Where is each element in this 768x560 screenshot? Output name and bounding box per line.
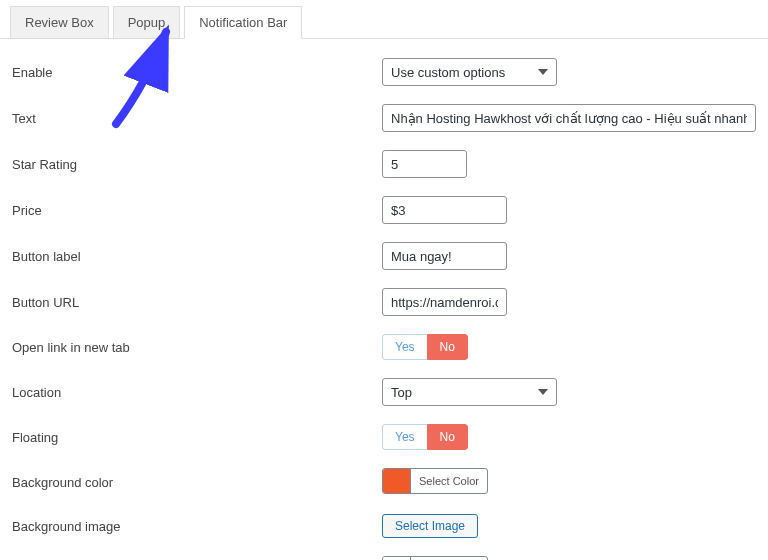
select-image-button[interactable]: Select Image [382,514,478,538]
text-color-picker[interactable]: Select Color [382,556,488,560]
label-button-url: Button URL [12,295,382,310]
label-enable: Enable [12,65,382,80]
location-select[interactable]: Top [382,378,557,406]
toggle-no[interactable]: No [427,424,468,450]
label-bg-color: Background color [12,475,382,490]
floating-toggle[interactable]: Yes No [382,424,468,450]
tab-popup[interactable]: Popup [113,6,181,38]
color-swatch [383,469,411,493]
toggle-yes[interactable]: Yes [382,334,427,360]
open-new-tab-toggle[interactable]: Yes No [382,334,468,360]
label-bg-image: Background image [12,519,382,534]
bg-color-picker[interactable]: Select Color [382,468,488,494]
price-input[interactable] [382,196,507,224]
label-text: Text [12,111,382,126]
label-floating: Floating [12,430,382,445]
text-input[interactable] [382,104,756,132]
label-open-new-tab: Open link in new tab [12,340,382,355]
enable-select[interactable]: Use custom options [382,58,557,86]
select-color-label: Select Color [411,475,487,487]
tab-bar: Review Box Popup Notification Bar [0,0,768,39]
button-label-input[interactable] [382,242,507,270]
star-rating-input[interactable] [382,150,467,178]
tab-review-box[interactable]: Review Box [10,6,109,38]
label-star-rating: Star Rating [12,157,382,172]
label-button-label: Button label [12,249,382,264]
tab-notification-bar[interactable]: Notification Bar [184,6,302,39]
toggle-yes[interactable]: Yes [382,424,427,450]
toggle-no[interactable]: No [427,334,468,360]
settings-form: Enable Use custom options Text Star Rati… [0,39,768,560]
button-url-input[interactable] [382,288,507,316]
label-location: Location [12,385,382,400]
label-price: Price [12,203,382,218]
